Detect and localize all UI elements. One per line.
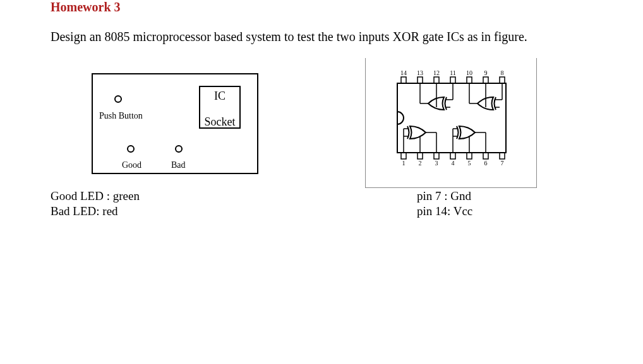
- page-title: Homework 3: [51, 0, 121, 15]
- svg-rect-1: [401, 77, 406, 83]
- problem-description: Design an 8085 microprocessor based syst…: [51, 30, 527, 44]
- bottom-pins: 1 2 3 4 5 6 7: [401, 153, 505, 167]
- bad-led-label: Bad: [171, 160, 186, 170]
- ic-socket-box: IC Socket: [199, 86, 241, 129]
- bad-led-icon: [175, 145, 183, 153]
- pin-13-label: 13: [417, 69, 423, 76]
- svg-rect-13: [483, 153, 488, 159]
- pin-4-label: 4: [452, 160, 455, 167]
- pin-2-label: 2: [419, 160, 422, 167]
- pin7-info: pin 7 : Gnd: [417, 189, 471, 203]
- ic-label: IC: [200, 87, 239, 103]
- xor-gate-top-right: [469, 83, 502, 110]
- svg-rect-3: [434, 77, 439, 83]
- push-button-label: Push Button: [99, 111, 143, 121]
- top-pins: 14 13 12 11 10 9 8: [400, 69, 505, 83]
- pin-6-label: 6: [484, 160, 488, 167]
- xor-ic-pinout-diagram: 14 13 12 11 10 9 8 1 2 3 4 5: [365, 58, 537, 188]
- svg-rect-6: [483, 77, 488, 83]
- pin-8-label: 8: [501, 69, 504, 76]
- ic-pinout-svg: 14 13 12 11 10 9 8 1 2 3 4 5: [366, 58, 538, 188]
- good-led-color-text: Good LED : green: [51, 189, 140, 203]
- svg-rect-14: [500, 153, 505, 159]
- push-button-icon: [114, 95, 122, 103]
- svg-rect-8: [401, 153, 406, 159]
- pin-11-label: 11: [450, 69, 456, 76]
- tester-panel-diagram: Push Button IC Socket Good Bad: [92, 73, 258, 174]
- good-led-label: Good: [122, 160, 141, 170]
- good-led-icon: [127, 145, 135, 153]
- socket-label: Socket: [200, 115, 239, 129]
- pin-12-label: 12: [433, 69, 440, 76]
- svg-rect-10: [434, 153, 439, 159]
- svg-rect-4: [450, 77, 455, 83]
- pin-1-label: 1: [402, 160, 406, 167]
- bad-led-color-text: Bad LED: red: [51, 204, 118, 218]
- pin-9-label: 9: [484, 69, 488, 76]
- pin-14-label: 14: [400, 69, 407, 76]
- svg-rect-7: [500, 77, 505, 83]
- svg-rect-0: [397, 83, 506, 153]
- svg-rect-11: [450, 153, 455, 159]
- pin-10-label: 10: [466, 69, 472, 76]
- xor-gate-bottom-right: [453, 126, 486, 153]
- xor-gate-bottom-left: [404, 126, 436, 153]
- svg-rect-5: [467, 77, 472, 83]
- pin-7-label: 7: [501, 160, 504, 167]
- pin14-info: pin 14: Vcc: [417, 204, 472, 218]
- svg-rect-2: [418, 77, 423, 83]
- svg-rect-9: [418, 153, 423, 159]
- pin-5-label: 5: [468, 160, 471, 167]
- svg-rect-12: [467, 153, 472, 159]
- xor-gate-top-left: [420, 83, 453, 110]
- pin-3-label: 3: [435, 160, 438, 167]
